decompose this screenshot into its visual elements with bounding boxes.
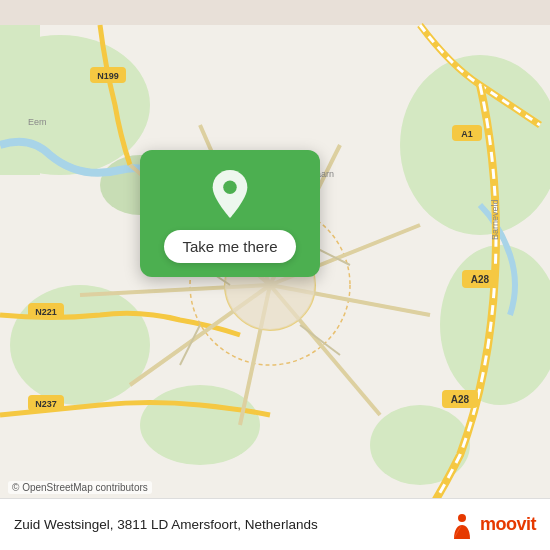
svg-text:N199: N199 <box>97 71 119 81</box>
svg-text:A28: A28 <box>451 394 470 405</box>
svg-text:N237: N237 <box>35 399 57 409</box>
svg-rect-8 <box>0 25 40 175</box>
svg-text:Eem: Eem <box>28 117 47 127</box>
moovit-brand-text: moovit <box>480 514 536 535</box>
location-pin-icon <box>208 168 252 220</box>
moovit-logo: moovit <box>448 511 536 539</box>
svg-text:Barneveld: Barneveld <box>490 199 500 240</box>
svg-point-4 <box>10 285 150 405</box>
map-container: A28 A28 A1 N199 N221 N237 <box>0 0 550 550</box>
attribution-text: © OpenStreetMap contributors <box>12 482 148 493</box>
svg-text:N221: N221 <box>35 307 57 317</box>
address-text: Zuid Westsingel, 3811 LD Amersfoort, Net… <box>14 517 318 532</box>
svg-text:A28: A28 <box>471 274 490 285</box>
moovit-brand-icon <box>448 511 476 539</box>
osm-attribution: © OpenStreetMap contributors <box>8 481 152 494</box>
take-me-there-button[interactable]: Take me there <box>164 230 295 263</box>
svg-point-42 <box>458 514 466 522</box>
bottom-bar: Zuid Westsingel, 3811 LD Amersfoort, Net… <box>0 498 550 550</box>
location-card: Take me there <box>140 150 320 277</box>
svg-point-41 <box>223 181 236 194</box>
svg-text:A1: A1 <box>461 129 473 139</box>
